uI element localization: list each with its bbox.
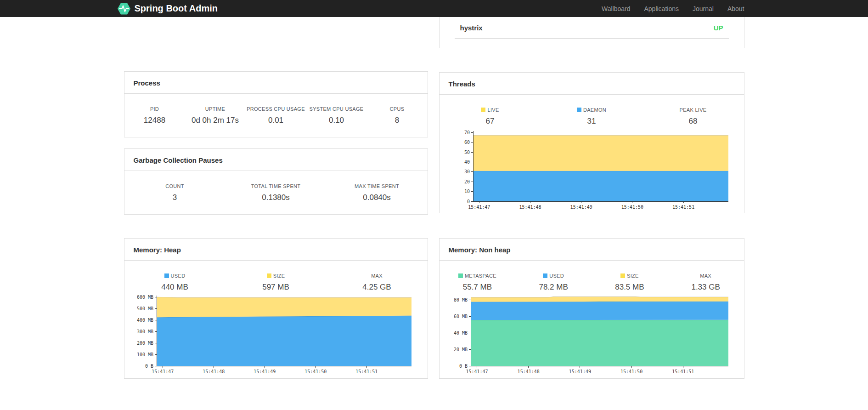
svg-text:15:41:50: 15:41:50: [304, 369, 327, 374]
card-title: Memory: Heap: [124, 239, 428, 261]
metric-label: TOTAL TIME SPENT: [251, 183, 301, 189]
metric-gc-total-time: TOTAL TIME SPENT 0.1380s: [225, 183, 327, 202]
metric-gc-count: COUNT 3: [124, 183, 225, 202]
metric-value: 78.2 MB: [515, 283, 592, 292]
legend-swatch: [267, 273, 271, 278]
metric-label: SYSTEM CPU USAGE: [310, 106, 364, 112]
svg-text:0: 0: [467, 199, 469, 204]
svg-text:15:41:50: 15:41:50: [621, 205, 643, 210]
card-title: Threads: [440, 73, 744, 95]
metric-value: 31: [541, 117, 643, 126]
svg-text:20: 20: [464, 179, 469, 184]
metric-pid: PID 12488: [124, 106, 185, 125]
svg-text:10: 10: [464, 189, 469, 194]
nonheap-chart: 0 B20 MB40 MB60 MB80 MB15:41:4715:41:481…: [449, 293, 735, 377]
gc-pauses-card: Garbage Collection Pauses COUNT 3 TOTAL …: [124, 148, 428, 215]
metric-value: 0d 0h 2m 17s: [185, 116, 246, 125]
process-card: Process PID 12488 UPTIME 0d 0h 2m 17s PR…: [124, 71, 428, 137]
metric-cpus: CPUS 8: [367, 106, 428, 125]
metric-heap-max: MAX 4.25 GB: [327, 273, 428, 292]
metric-label: USED: [549, 273, 564, 279]
metric-uptime: UPTIME 0d 0h 2m 17s: [185, 106, 246, 125]
metric-value: 67: [440, 117, 541, 126]
application-row-hystrix[interactable]: hystrix UP: [440, 17, 744, 38]
svg-text:80 MB: 80 MB: [453, 297, 467, 302]
metric-label: PEAK LIVE: [680, 107, 707, 113]
brand-title: Spring Boot Admin: [135, 3, 218, 14]
metric-value: 597 MB: [225, 283, 327, 292]
metric-label: CPUS: [390, 106, 405, 112]
metric-label: COUNT: [165, 183, 184, 189]
svg-text:400 MB: 400 MB: [136, 318, 153, 323]
metric-value: 1.33 GB: [668, 283, 744, 292]
right-column: hystrix UP Threads LIVE 67 DAEMON 31 PEA…: [439, 17, 744, 410]
metric-label: MAX: [700, 273, 711, 279]
svg-text:500 MB: 500 MB: [136, 306, 153, 311]
nav-link-wallboard[interactable]: Wallboard: [602, 5, 631, 12]
metric-value: 440 MB: [124, 283, 225, 292]
svg-text:40: 40: [464, 159, 469, 165]
nav-link-applications[interactable]: Applications: [644, 5, 679, 12]
metric-label: SIZE: [627, 273, 639, 279]
metric-value: 12488: [124, 116, 185, 125]
svg-text:15:41:49: 15:41:49: [254, 369, 276, 374]
metric-heap-size: SIZE 597 MB: [225, 273, 327, 292]
main-content: Process PID 12488 UPTIME 0d 0h 2m 17s PR…: [124, 17, 744, 410]
metric-value: 8: [367, 116, 428, 125]
status-badge: UP: [714, 24, 723, 32]
nav-link-journal[interactable]: Journal: [693, 5, 714, 12]
svg-text:0 B: 0 B: [145, 364, 153, 369]
metric-label: DAEMON: [583, 107, 606, 113]
row-divider: [455, 38, 729, 39]
metric-value: 55.7 MB: [440, 283, 516, 292]
svg-text:600 MB: 600 MB: [136, 295, 153, 300]
svg-text:100 MB: 100 MB: [136, 352, 153, 357]
legend-swatch: [458, 273, 463, 278]
metric-value: 3: [124, 193, 225, 202]
metric-system-cpu: SYSTEM CPU USAGE 0.10: [306, 106, 367, 125]
memory-heap-card: Memory: Heap USED 440 MB SIZE 597 MB MAX…: [124, 238, 428, 379]
metric-label: MAX: [371, 273, 383, 279]
metric-label: UPTIME: [205, 106, 225, 112]
svg-text:40 MB: 40 MB: [453, 330, 467, 336]
svg-text:15:41:47: 15:41:47: [468, 205, 490, 210]
heap-metrics: USED 440 MB SIZE 597 MB MAX 4.25 GB: [124, 261, 428, 292]
svg-text:300 MB: 300 MB: [136, 329, 153, 334]
application-status-card: hystrix UP: [439, 17, 744, 48]
svg-text:15:41:51: 15:41:51: [355, 369, 378, 374]
metric-label: MAX TIME SPENT: [355, 183, 399, 189]
metric-value: 0.1380s: [225, 193, 327, 202]
svg-text:15:41:50: 15:41:50: [620, 369, 643, 374]
metric-label: METASPACE: [465, 273, 496, 279]
metric-label: PROCESS CPU USAGE: [247, 106, 305, 112]
threads-metrics: LIVE 67 DAEMON 31 PEAK LIVE 68: [440, 95, 744, 126]
metric-nonheap-max: MAX 1.33 GB: [668, 273, 744, 292]
brand[interactable]: Spring Boot Admin: [118, 2, 218, 16]
metric-nonheap-size: SIZE 83.5 MB: [592, 273, 668, 292]
metric-gc-max-time: MAX TIME SPENT 0.0840s: [327, 183, 428, 202]
svg-text:15:41:48: 15:41:48: [519, 205, 541, 210]
svg-text:70: 70: [464, 130, 469, 135]
metric-label: SIZE: [273, 273, 285, 279]
nonheap-metrics: METASPACE 55.7 MB USED 78.2 MB SIZE 83.5…: [440, 261, 744, 292]
svg-text:15:41:48: 15:41:48: [203, 369, 225, 374]
legend-swatch: [164, 273, 169, 278]
metric-value: 4.25 GB: [327, 283, 428, 292]
svg-text:15:41:49: 15:41:49: [570, 205, 592, 210]
memory-nonheap-card: Memory: Non heap METASPACE 55.7 MB USED …: [439, 238, 744, 379]
metric-value: 83.5 MB: [592, 283, 668, 292]
threads-chart: 01020304050607015:41:4715:41:4815:41:491…: [449, 129, 735, 212]
svg-text:20 MB: 20 MB: [453, 347, 467, 352]
svg-text:15:41:51: 15:41:51: [672, 369, 694, 374]
metric-process-cpu: PROCESS CPU USAGE 0.01: [246, 106, 306, 125]
card-title: Garbage Collection Pauses: [124, 149, 428, 171]
threads-card: Threads LIVE 67 DAEMON 31 PEAK LIVE 68 0…: [439, 72, 744, 213]
heap-chart: 0 B100 MB200 MB300 MB400 MB500 MB600 MB1…: [134, 293, 418, 377]
metric-value: 68: [643, 117, 744, 126]
svg-text:60 MB: 60 MB: [453, 314, 467, 319]
metric-threads-peak-live: PEAK LIVE 68: [643, 107, 744, 126]
nav-link-about[interactable]: About: [727, 5, 744, 12]
svg-text:50: 50: [464, 150, 469, 155]
svg-text:60: 60: [464, 140, 469, 145]
svg-text:200 MB: 200 MB: [136, 341, 153, 346]
